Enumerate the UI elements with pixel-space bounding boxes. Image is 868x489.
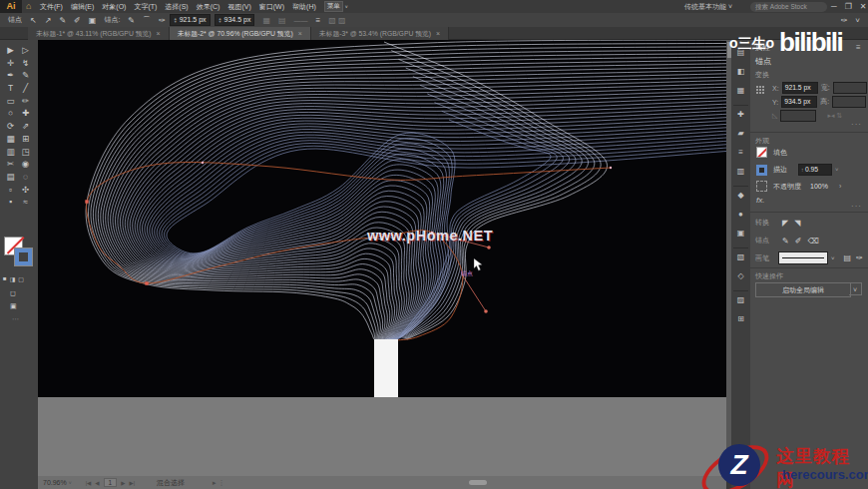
tool-icon[interactable]: ⊞ [22,135,29,144]
control-icon[interactable]: ˅ [855,16,860,25]
dock-panel-icon[interactable]: ▣ [737,227,745,245]
w-input[interactable] [833,82,867,94]
control-icon[interactable]: —— [294,17,308,24]
menu-item[interactable]: 选择(S) [165,2,188,12]
menu-item[interactable]: 编辑(E) [71,2,94,12]
artboard-canvas[interactable]: 锚点 www.pHome.NET [38,40,726,397]
tool-icon[interactable]: ≈ [23,198,28,207]
tool-icon[interactable]: ▪ [9,198,12,207]
tool-icon[interactable]: ✚ [22,109,29,118]
dock-panel-icon[interactable]: ▰ [737,127,743,146]
control-y-field[interactable]: ▲▼934.5 px [215,14,255,26]
menu-item[interactable]: 效果(C) [197,2,220,12]
stroke-color-swatch[interactable] [756,165,767,176]
tool-icon[interactable]: ✏ [22,97,29,106]
dock-panel-icon[interactable]: ▥ [737,165,745,184]
control-x-field[interactable]: ▲▼921.5 px [170,14,211,26]
tool-icon[interactable]: ○ [8,109,13,118]
menu-item[interactable]: 视图(V) [227,2,250,12]
window-button[interactable]: ❐ [845,0,852,13]
tab-close-icon[interactable]: × [298,30,302,37]
transform-more[interactable]: ··· [851,120,862,129]
home-icon[interactable]: ⌂ [26,0,31,13]
workspace-switcher[interactable]: 传统基本功能 ˅ [684,0,732,13]
h-input[interactable] [832,96,866,108]
control-icon[interactable]: ↗ [45,16,52,25]
tab-close-icon[interactable]: × [157,30,161,37]
status-extra[interactable]: ▸ ⋮ [213,479,224,487]
stroke-weight-dropdown-icon[interactable]: ˅ [835,167,839,173]
menu-item[interactable]: 帮助(H) [292,2,316,12]
edit-toolbar-button[interactable]: ⋯ [12,315,19,323]
control-icon[interactable]: ▣ [89,16,97,25]
tool-icon[interactable]: ╱ [23,84,28,93]
draw-mode-button[interactable]: ◻ [10,289,16,297]
dock-panel-icon[interactable]: ⊞ [737,312,744,331]
nav-prev-icon[interactable]: ◀ [95,480,99,486]
control-icon[interactable]: ▦ [262,16,270,25]
tool-icon[interactable]: ✒ [7,71,14,80]
menu-item[interactable]: 文字(T) [134,2,157,12]
angle-input[interactable] [780,110,816,122]
control-anchor-label[interactable]: 锚点: [104,15,120,25]
stroke-weight-input[interactable]: ↕ 0.95 [798,164,832,176]
menu-item[interactable]: 文件(F) [40,2,63,12]
y-input[interactable]: 934.5 px [781,96,817,108]
tool-icon[interactable]: ▶ [7,46,14,55]
convert-icons[interactable]: ◤◥ [782,219,806,228]
reference-point-locator[interactable] [756,86,765,95]
document-tab[interactable]: 未标题-3* @ 53.4% (RGB/GPU 预览)× [311,27,449,40]
tool-icon[interactable]: ▷ [22,46,29,55]
control-icon[interactable]: ✎ [128,16,135,25]
tool-icon[interactable]: ⟳ [7,122,14,131]
tool-icon[interactable]: ⇗ [22,122,29,131]
tool-icon[interactable]: ▦ [6,135,14,144]
dock-panel-icon[interactable]: ≡ [738,146,743,165]
global-edit-button[interactable]: 启动全局编辑 [755,282,851,297]
dock-panel-icon[interactable]: ◇ [737,269,743,288]
menu-item[interactable]: 窗口(W) [259,2,284,12]
color-mode-buttons[interactable]: ■◨▢ [3,275,24,282]
tool-icon[interactable]: ✎ [22,71,29,80]
document-tab[interactable]: 未标题-2* @ 70.96% (RGB/GPU 预览)× [170,27,311,40]
dock-panel-icon[interactable]: ◆ [737,189,743,208]
brush-dd-icon[interactable]: ˅ [831,255,835,261]
artboard-number[interactable]: 1 [104,478,118,487]
tool-icon[interactable]: ▭ [6,97,14,106]
stroke-swatch[interactable] [15,248,32,265]
tool-icon[interactable]: ◉ [22,160,29,169]
nav-last-icon[interactable]: ▶| [129,480,135,486]
screen-mode-button[interactable]: ▣ [10,302,17,310]
appearance-more[interactable]: ··· [851,202,862,211]
anchor-tool-icons[interactable]: ✎✐⌫ [782,237,825,245]
control-icon[interactable]: ✐ [74,16,81,25]
tool-icon[interactable]: ▫ [9,186,12,195]
panel-menu-icon[interactable]: ≡ [856,43,861,52]
tool-icon[interactable]: ✂ [7,160,14,169]
control-icon[interactable]: ✑ [159,16,166,25]
opacity-chevron[interactable]: › [839,183,841,190]
nav-first-icon[interactable]: |◀ [86,480,92,486]
dock-panel-icon[interactable]: ▨ [737,293,745,312]
zoom-dropdown-icon[interactable]: ˅ [69,480,72,486]
document-tab[interactable]: 未标题-1* @ 43.11% (RGB/GPU 预览)× [28,27,170,40]
opacity-value[interactable]: 100% [810,183,828,190]
dock-panel-icon[interactable]: ◧ [737,65,745,84]
control-icon[interactable]: ≡ [316,16,321,25]
flip-icons[interactable]: ▸◂ ⇅ [827,112,842,120]
tool-icon[interactable]: ✣ [22,186,29,195]
menu-item[interactable]: 对象(O) [102,2,126,12]
tool-icon[interactable]: T [8,84,13,93]
brush-extra-icons[interactable]: ▤✑ [844,253,868,262]
zoom-level[interactable]: 70.96% [43,479,67,486]
control-icon[interactable]: ▧ ▨ [328,16,345,25]
control-icon[interactable]: ↖ [30,16,37,25]
x-input[interactable]: 921.5 px [782,82,818,94]
tool-icon[interactable]: ▤ [6,173,14,182]
fx-button[interactable]: fx. [756,196,764,205]
tool-icon[interactable]: ◌ [23,173,28,182]
stroke-profile-dropdown[interactable] [778,251,828,264]
dock-panel-icon[interactable]: ● [738,208,743,227]
search-input[interactable]: 搜索 Adobe Stock [750,2,827,12]
illustrator-logo[interactable]: Ai [0,0,22,13]
